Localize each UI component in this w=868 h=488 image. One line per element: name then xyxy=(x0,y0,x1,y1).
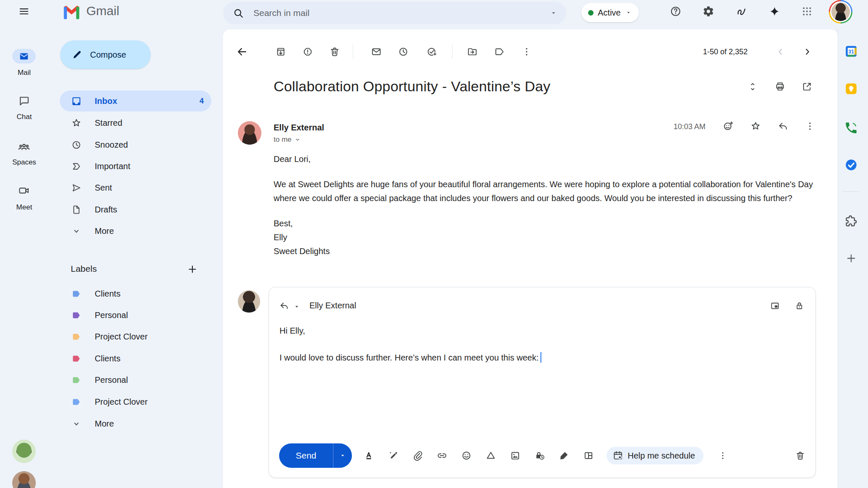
add-to-tasks-button[interactable] xyxy=(422,42,442,62)
print-button[interactable] xyxy=(771,77,789,96)
search-options-dropdown-icon[interactable] xyxy=(544,4,563,22)
insert-link-button[interactable] xyxy=(433,446,451,465)
label-item[interactable]: Personal xyxy=(60,370,211,390)
sidebar-item-sent[interactable]: Sent xyxy=(60,177,211,198)
pop-out-icon xyxy=(770,301,780,311)
move-to-button[interactable] xyxy=(462,42,482,62)
help-button[interactable] xyxy=(666,1,686,21)
help-me-write-button[interactable] xyxy=(384,446,402,465)
pen-sparkle-icon xyxy=(388,450,399,461)
chat-contact-avatar-1[interactable] xyxy=(12,440,36,463)
help-me-schedule-button[interactable]: Help me schedule xyxy=(607,447,703,464)
archive-button[interactable] xyxy=(271,42,291,62)
rail-label-spaces[interactable]: Spaces xyxy=(0,158,48,167)
account-avatar[interactable] xyxy=(829,0,852,24)
labels-more[interactable]: More xyxy=(60,414,211,434)
insert-signature-button[interactable] xyxy=(555,446,573,465)
send-button[interactable]: Send xyxy=(279,451,333,461)
report-spam-button[interactable] xyxy=(298,42,318,62)
mail-view: 1-50 of 2,352 Collaboration Opportunity … xyxy=(223,29,838,488)
compose-more-button[interactable] xyxy=(714,446,732,465)
label-item[interactable]: Personal xyxy=(60,305,211,325)
signature-pen-icon xyxy=(559,450,570,461)
star-icon xyxy=(750,121,761,132)
report-spam-icon xyxy=(302,46,313,57)
formatting-options-button[interactable] xyxy=(359,446,378,465)
older-page-button[interactable] xyxy=(798,42,817,61)
reply-type-dropdown[interactable] xyxy=(275,297,293,315)
reply-editor[interactable]: Hi Elly, I would love to discuss further… xyxy=(280,325,801,379)
confidential-mode-button[interactable] xyxy=(530,446,549,465)
status-selector[interactable]: Active xyxy=(581,3,639,22)
newer-page-button[interactable] xyxy=(771,42,790,61)
search-icon[interactable] xyxy=(228,3,248,23)
label-item[interactable]: Clients xyxy=(60,348,211,369)
inbox-icon xyxy=(71,96,82,106)
rail-item-chat[interactable] xyxy=(14,91,34,111)
google-apps-button[interactable] xyxy=(797,1,817,21)
sidebar-item-drafts[interactable]: Drafts xyxy=(60,199,211,220)
label-item[interactable]: Clients xyxy=(60,284,211,304)
archive-icon xyxy=(275,46,286,57)
label-name: Clients xyxy=(95,289,120,299)
create-label-button[interactable] xyxy=(183,260,202,278)
expand-all-button[interactable] xyxy=(743,77,762,96)
send-button-group[interactable]: Send xyxy=(279,443,352,468)
caret-down-icon[interactable] xyxy=(293,303,300,310)
label-item[interactable]: Project Clover xyxy=(60,326,211,347)
layouts-button[interactable] xyxy=(579,446,598,465)
panel-add-button[interactable] xyxy=(841,248,861,268)
main-menu-button[interactable] xyxy=(14,1,34,21)
label-item[interactable]: Project Clover xyxy=(60,392,211,412)
voice-app-button[interactable] xyxy=(841,118,861,138)
delete-button[interactable] xyxy=(325,42,345,62)
sidebar-item-more[interactable]: More xyxy=(60,220,211,241)
compose-button[interactable]: Compose xyxy=(60,40,151,69)
rail-item-mail[interactable] xyxy=(12,49,36,64)
labels-button[interactable] xyxy=(489,42,509,62)
reply-button[interactable] xyxy=(774,117,792,135)
rail-label-mail[interactable]: Mail xyxy=(0,69,48,77)
workspace-labs-button[interactable] xyxy=(732,1,752,21)
rail-item-meet[interactable] xyxy=(14,180,34,201)
snooze-button[interactable] xyxy=(393,42,413,62)
message-more-button[interactable] xyxy=(801,117,819,135)
settings-button[interactable] xyxy=(698,1,719,21)
labs-squiggle-icon xyxy=(736,5,748,17)
back-button[interactable] xyxy=(232,42,252,62)
add-reaction-button[interactable] xyxy=(719,117,738,135)
star-message-button[interactable] xyxy=(746,117,765,135)
chevron-down-icon xyxy=(625,9,632,16)
message-time: 10:03 AM xyxy=(674,122,706,131)
keep-app-button[interactable] xyxy=(841,79,861,99)
calendar-app-button[interactable]: 31 xyxy=(841,41,861,61)
more-options-button[interactable] xyxy=(517,42,537,62)
pop-out-button[interactable] xyxy=(766,297,784,315)
reply-recipient[interactable]: Elly External xyxy=(309,301,356,310)
sidebar-item-important[interactable]: Important xyxy=(60,156,211,177)
insert-from-drive-button[interactable] xyxy=(482,446,500,465)
chat-contact-avatar-2[interactable] xyxy=(12,471,36,488)
security-button[interactable] xyxy=(790,297,809,315)
link-icon xyxy=(437,450,447,461)
gemini-button[interactable] xyxy=(764,1,785,21)
rail-label-chat[interactable]: Chat xyxy=(0,113,48,121)
open-in-new-button[interactable] xyxy=(798,77,816,96)
discard-draft-button[interactable] xyxy=(791,446,809,465)
insert-emoji-button[interactable] xyxy=(457,446,476,465)
tasks-app-button[interactable] xyxy=(841,155,861,175)
send-options-dropdown[interactable] xyxy=(333,451,352,460)
sidebar-item-starred[interactable]: Starred xyxy=(60,112,211,133)
mark-unread-button[interactable] xyxy=(366,42,386,62)
get-addons-button[interactable] xyxy=(841,211,861,231)
more-vert-icon xyxy=(718,451,728,461)
attach-file-button[interactable] xyxy=(408,446,427,465)
rail-item-spaces[interactable] xyxy=(14,137,34,157)
rail-label-meet[interactable]: Meet xyxy=(0,203,48,212)
search-input[interactable] xyxy=(253,8,544,19)
insert-photo-button[interactable] xyxy=(506,446,525,465)
email-subject: Collaboration Opportunity - Valentine’s … xyxy=(274,78,550,95)
recipient-dropdown[interactable]: to me xyxy=(274,135,301,144)
sidebar-item-inbox[interactable]: Inbox 4 xyxy=(60,90,211,111)
sidebar-item-snoozed[interactable]: Snoozed xyxy=(60,134,211,155)
